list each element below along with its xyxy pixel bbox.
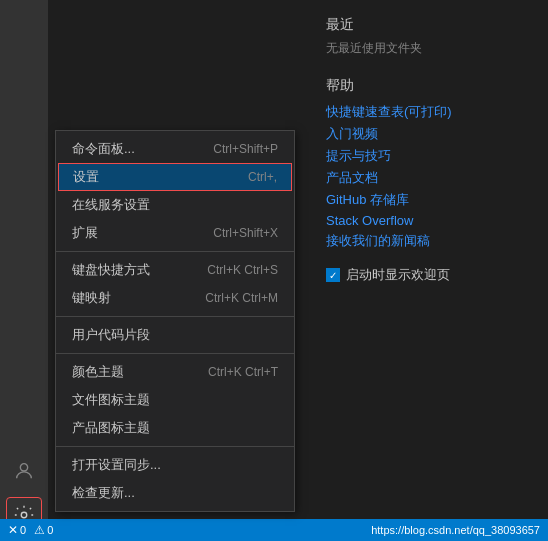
context-menu: 命令面板... Ctrl+Shift+P 设置 Ctrl+, 在线服务设置 扩展… <box>55 130 295 512</box>
help-link-tips[interactable]: 提示与技巧 <box>326 147 532 165</box>
status-warnings[interactable]: ⚠ 0 <box>34 523 53 537</box>
help-link-github[interactable]: GitHub 存储库 <box>326 191 532 209</box>
startup-checkbox-label: 启动时显示欢迎页 <box>346 266 450 284</box>
warning-count: 0 <box>47 524 53 536</box>
menu-item-keymaps[interactable]: 键映射 Ctrl+K Ctrl+M <box>56 284 294 312</box>
help-link-stackoverflow[interactable]: Stack Overflow <box>326 213 532 228</box>
help-link-shortcuts[interactable]: 快捷键速查表(可打印) <box>326 103 532 121</box>
menu-item-online-services[interactable]: 在线服务设置 <box>56 191 294 219</box>
menu-item-settings[interactable]: 设置 Ctrl+, <box>58 163 292 191</box>
menu-item-keyboard-shortcuts[interactable]: 键盘快捷方式 Ctrl+K Ctrl+S <box>56 256 294 284</box>
right-panel: 最近 无最近使用文件夹 帮助 快捷键速查表(可打印) 入门视频 提示与技巧 产品… <box>310 0 548 519</box>
help-title: 帮助 <box>326 77 532 95</box>
menu-item-command-palette[interactable]: 命令面板... Ctrl+Shift+P <box>56 135 294 163</box>
no-recent-text: 无最近使用文件夹 <box>326 40 532 57</box>
status-errors[interactable]: ✕ 0 <box>8 523 26 537</box>
menu-separator-2 <box>56 316 294 317</box>
menu-separator-4 <box>56 446 294 447</box>
menu-item-settings-sync[interactable]: 打开设置同步... <box>56 451 294 479</box>
startup-checkbox-row[interactable]: ✓ 启动时显示欢迎页 <box>326 266 532 284</box>
menu-item-check-updates[interactable]: 检查更新... <box>56 479 294 507</box>
sidebar <box>0 0 48 541</box>
status-bar: ✕ 0 ⚠ 0 https://blog.csdn.net/qq_3809365… <box>0 519 548 541</box>
error-icon: ✕ <box>8 523 18 537</box>
account-icon[interactable] <box>6 453 42 489</box>
help-link-product-docs[interactable]: 产品文档 <box>326 169 532 187</box>
svg-point-0 <box>20 464 27 471</box>
error-count: 0 <box>20 524 26 536</box>
menu-item-file-icon-theme[interactable]: 文件图标主题 <box>56 386 294 414</box>
menu-item-color-theme[interactable]: 颜色主题 Ctrl+K Ctrl+T <box>56 358 294 386</box>
startup-checkbox[interactable]: ✓ <box>326 268 340 282</box>
svg-point-1 <box>21 512 27 518</box>
recent-title: 最近 <box>326 16 532 34</box>
menu-item-user-snippets[interactable]: 用户代码片段 <box>56 321 294 349</box>
help-link-intro-video[interactable]: 入门视频 <box>326 125 532 143</box>
menu-separator-1 <box>56 251 294 252</box>
menu-separator-3 <box>56 353 294 354</box>
warning-icon: ⚠ <box>34 523 45 537</box>
menu-item-extensions[interactable]: 扩展 Ctrl+Shift+X <box>56 219 294 247</box>
help-link-newsletter[interactable]: 接收我们的新闻稿 <box>326 232 532 250</box>
menu-item-product-icon-theme[interactable]: 产品图标主题 <box>56 414 294 442</box>
status-url: https://blog.csdn.net/qq_38093657 <box>371 524 540 536</box>
